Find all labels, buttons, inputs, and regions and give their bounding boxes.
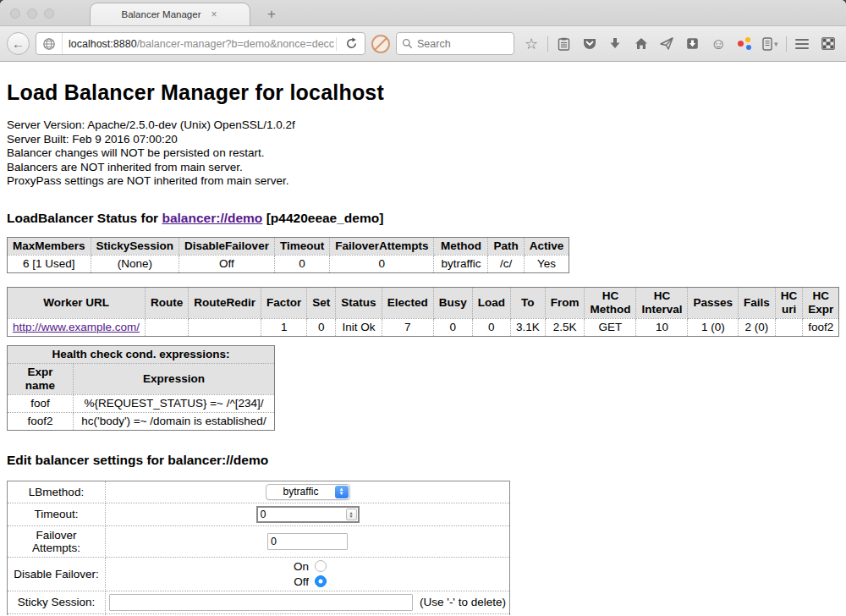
table-cell: 0 — [307, 318, 336, 336]
box-download-icon — [686, 37, 699, 50]
smiley-icon: ☺ — [711, 36, 726, 52]
downloads-button[interactable] — [604, 33, 626, 55]
sticky-session-row: Sticky Session: (Use '-' to delete) — [8, 591, 510, 613]
disable-failover-row: Disable Failover: On Off — [8, 557, 510, 591]
zoom-window-button[interactable] — [44, 8, 54, 19]
add-worker-label: Add New Worker: — [8, 613, 106, 615]
expression-cell: %{REQUEST_STATUS} =~ /^[234]/ — [74, 394, 275, 412]
pocket-button[interactable] — [579, 33, 601, 55]
worker-url-link[interactable]: http://www.example.com/ — [13, 321, 140, 333]
on-radio-label: On — [288, 560, 309, 573]
table-cell: 2.5K — [545, 318, 585, 336]
expr-name-cell: foof — [8, 394, 74, 412]
column-header: HC uri — [775, 287, 803, 318]
number-spinner-icon[interactable]: ▲▼ — [346, 509, 357, 520]
url-path: /balancer-manager?b=demo&nonce=decc37be-… — [137, 38, 334, 50]
table-cell: 1 — [261, 318, 307, 336]
content-blocked-icon[interactable] — [371, 35, 390, 53]
lbmethod-select[interactable]: bytraffic ▲▼ — [266, 484, 350, 500]
reload-button[interactable] — [338, 37, 365, 50]
colored-dots-extension-button[interactable] — [733, 33, 755, 55]
new-tab-button[interactable]: + — [262, 6, 281, 23]
clipboard-icon — [558, 37, 570, 51]
table-cell: 0 — [274, 255, 329, 272]
bookmarks-sidebar-button[interactable] — [552, 33, 574, 55]
column-header: DisableFailover — [179, 237, 275, 255]
timeout-input[interactable] — [256, 506, 360, 523]
failover-attempts-input[interactable] — [267, 533, 348, 550]
column-header: From — [545, 287, 585, 318]
notes-extension-button[interactable]: ▾ — [759, 33, 781, 55]
worker-url-cell: http://www.example.com/ — [8, 318, 146, 336]
column-header: MaxMembers — [8, 237, 91, 255]
menu-button[interactable] — [791, 33, 813, 55]
column-header: Passes — [688, 287, 739, 318]
bookmark-star-button[interactable]: ☆ — [520, 33, 542, 55]
status-heading-suffix: [p4420eeae_demo] — [262, 211, 383, 225]
table-cell: Init Ok — [336, 318, 382, 336]
stepper-down: ▼ — [339, 492, 344, 496]
page-content: Load Balancer Manager for localhost Serv… — [0, 62, 846, 615]
status-heading-prefix: LoadBalancer Status for — [7, 211, 162, 225]
emoji-extension-button[interactable]: ☺ — [707, 33, 729, 55]
navigation-toolbar: ← localhost:8880/balancer-manager?b=demo… — [0, 26, 846, 62]
sticky-session-input[interactable] — [109, 594, 413, 611]
disable-failover-label: Disable Failover: — [8, 557, 106, 591]
column-header: Expr name — [8, 363, 74, 394]
on-radio-button[interactable] — [315, 560, 327, 572]
url-bar[interactable]: localhost:8880/balancer-manager?b=demo&n… — [36, 32, 365, 55]
search-bar[interactable] — [396, 32, 514, 55]
health-row: foof2 hc('body') =~ /domain is establish… — [8, 412, 275, 430]
off-radio-button[interactable] — [315, 575, 327, 587]
home-icon — [634, 37, 648, 50]
globe-icon — [42, 37, 56, 51]
add-worker-row: Add New Worker: Are you sure? — [8, 613, 510, 615]
column-header: Fails — [739, 287, 776, 318]
expression-cell: hc('body') =~ /domain is established/ — [74, 412, 275, 430]
window-controls — [0, 8, 63, 25]
server-version-line: Server Version: Apache/2.5.0-dev (Unix) … — [7, 118, 839, 133]
close-window-button[interactable] — [10, 8, 20, 19]
site-identity-button[interactable] — [36, 33, 63, 54]
minimize-window-button[interactable] — [27, 8, 37, 19]
search-input[interactable] — [417, 38, 502, 50]
tab-close-icon[interactable]: × — [209, 8, 218, 20]
back-button[interactable]: ← — [7, 32, 30, 55]
timeout-label: Timeout: — [8, 503, 106, 525]
lbmethod-label: LBmethod: — [8, 481, 106, 503]
url-divider — [336, 37, 337, 51]
grid-extension-button[interactable] — [817, 33, 839, 55]
column-header: Active — [524, 237, 569, 255]
url-text[interactable]: localhost:8880/balancer-manager?b=demo&n… — [63, 38, 334, 50]
table-cell: 6 [1 Used] — [8, 255, 91, 272]
health-table-title: Health check cond. expressions: — [8, 345, 275, 363]
column-header: Method — [434, 237, 488, 255]
column-header: Busy — [433, 287, 472, 318]
edit-balancer-form: LBmethod: bytraffic ▲▼ Timeout: ▲▼ — [7, 481, 510, 616]
select-stepper-icon: ▲▼ — [335, 486, 349, 498]
send-tab-button[interactable] — [656, 33, 678, 55]
table-cell: 0 — [433, 318, 472, 336]
toolbar-separator — [547, 36, 548, 52]
paper-plane-icon — [660, 37, 673, 50]
table-cell: GET — [585, 318, 636, 336]
spinner-down[interactable]: ▼ — [349, 514, 354, 518]
column-header: HC Interval — [636, 287, 688, 318]
off-radio-label: Off — [288, 575, 309, 588]
column-header: FailoverAttempts — [330, 237, 434, 255]
tab-balancer-manager[interactable]: Balancer Manager × — [90, 3, 250, 25]
column-header: Timeout — [274, 237, 329, 255]
column-header: StickySession — [91, 237, 179, 255]
table-cell: 0 — [472, 318, 510, 336]
save-to-box-button[interactable] — [682, 33, 704, 55]
health-row: foof %{REQUEST_STATUS} =~ /^[234]/ — [8, 394, 275, 412]
sticky-session-hint: (Use '-' to delete) — [420, 596, 506, 608]
search-icon — [402, 38, 413, 49]
balancer-demo-link[interactable]: balancer://demo — [162, 211, 262, 225]
table-cell: Off — [179, 255, 275, 272]
timeout-row: Timeout: ▲▼ — [8, 503, 510, 525]
grid-icon — [821, 37, 835, 50]
home-button[interactable] — [630, 33, 652, 55]
table-cell: 1 (0) — [688, 318, 739, 336]
worker-value-row: http://www.example.com/ 1 0 Init Ok 7 0 … — [8, 318, 839, 336]
